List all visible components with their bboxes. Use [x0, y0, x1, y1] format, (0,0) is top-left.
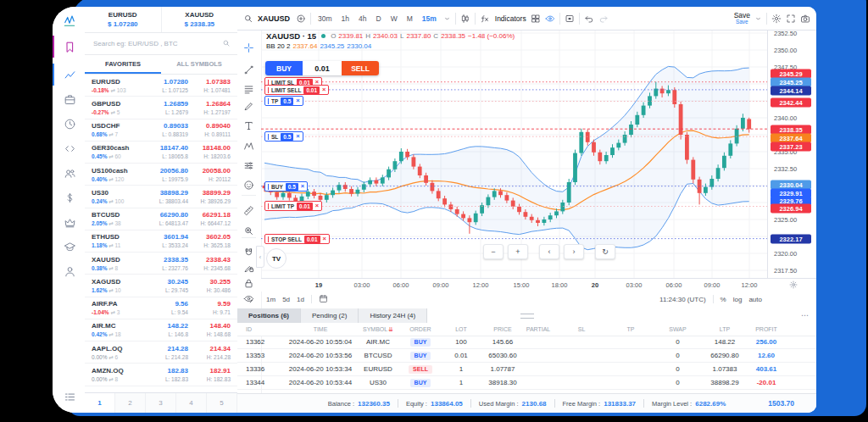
watchlist-row[interactable]: AIR.MC148.22148.400.42% ⇄ 18L: 146.8H: 1…: [85, 319, 237, 341]
watchlist-row[interactable]: US100cash20056.8020058.000.40% ⇄ 120L: 1…: [85, 164, 237, 186]
buy-button[interactable]: BUY: [265, 61, 303, 75]
table-row[interactable]: 133622024-06-20 10:55:04AIR.MCBUY100145.…: [237, 336, 816, 349]
column-ltp[interactable]: LTP: [701, 326, 748, 332]
clock-utc[interactable]: 11:24:30 (UTC): [659, 296, 706, 303]
undo-icon[interactable]: [584, 14, 594, 24]
timeframe-active[interactable]: 15m: [420, 14, 439, 24]
indicators-icon[interactable]: [480, 14, 490, 24]
chart-style-icon[interactable]: [460, 14, 470, 24]
watchlist-row[interactable]: AAPL.OQ214.28214.340.00% ⇄ 6L: 214.28H: …: [85, 341, 237, 364]
column-swap[interactable]: SWAP: [654, 326, 701, 332]
tab-positions[interactable]: Positions (6): [237, 308, 301, 323]
close-icon[interactable]: ×: [323, 236, 326, 242]
drag-handle-icon[interactable]: [268, 87, 269, 93]
replay-icon[interactable]: [565, 14, 575, 24]
tool-pattern-icon[interactable]: [237, 137, 260, 155]
column-partial[interactable]: PARTIAL: [520, 326, 556, 332]
zoom-in-button[interactable]: +: [508, 244, 528, 259]
axis-settings-gear-icon[interactable]: [789, 280, 798, 291]
watchlist-row[interactable]: EURUSD1.072801.07383-0.18% ⇄ 103L: 1.071…: [85, 75, 237, 97]
panel-menu-icon[interactable]: ⋯: [801, 308, 810, 323]
users-icon[interactable]: [53, 162, 85, 184]
table-row[interactable]: 133442024-06-20 10:53:44US30BUY138918.30…: [237, 376, 816, 390]
panel-resize-handle[interactable]: [520, 314, 534, 319]
close-icon[interactable]: ×: [296, 133, 299, 140]
bookmark-icon[interactable]: [53, 36, 85, 58]
order-tag-sl[interactable]: SL0.5×: [264, 131, 303, 142]
hide-drawings-toggle-icon[interactable]: [545, 14, 555, 24]
order-tag-tp[interactable]: TP0.5×: [264, 96, 303, 106]
percent-scale-button[interactable]: %: [721, 296, 726, 303]
close-icon[interactable]: ×: [322, 86, 326, 93]
tool-hide-drawings-icon[interactable]: [237, 290, 260, 308]
clock-icon[interactable]: [53, 113, 85, 135]
tool-position-icon[interactable]: [237, 157, 260, 175]
pair-tab-xauusd[interactable]: XAUUSD $ 2338.35: [162, 7, 238, 32]
column-id[interactable]: ID: [237, 326, 288, 332]
page-5[interactable]: 5: [207, 393, 237, 413]
drag-handle-icon[interactable]: [268, 236, 269, 242]
tool-text-icon[interactable]: [237, 117, 260, 135]
watchlist-row[interactable]: GBPUSD1.268591.26864-0.27% ⇄ 5L: 1.2679H…: [85, 97, 237, 119]
profile-icon[interactable]: [53, 260, 85, 282]
close-icon[interactable]: ×: [301, 183, 304, 190]
scroll-right-button[interactable]: ›: [564, 244, 584, 259]
timeframe-30m[interactable]: 30m: [315, 14, 335, 24]
tab-all-symbols[interactable]: ALL SYMBOLS: [161, 55, 237, 74]
watchlist-row[interactable]: XAGUSD30.24530.2551.62% ⇄ 10L: 29.745H: …: [85, 275, 237, 297]
tool-brush-icon[interactable]: [237, 97, 260, 115]
save-dropdown-icon[interactable]: [754, 14, 762, 24]
tool-emoji-icon[interactable]: [237, 176, 260, 194]
tool-ruler-icon[interactable]: [237, 202, 260, 219]
symbol-search-icon[interactable]: [243, 14, 253, 24]
reset-view-button[interactable]: ↻: [595, 244, 615, 259]
watchlist-row[interactable]: USDCHF0.890330.890400.68% ⇄ 7L: 0.88319H…: [85, 119, 237, 142]
timeframe-dropdown-icon[interactable]: [443, 14, 451, 24]
layout-grid-icon[interactable]: [531, 14, 541, 24]
timeframe-4h[interactable]: 4h: [356, 14, 369, 24]
briefcase-icon[interactable]: [53, 88, 85, 110]
list-icon[interactable]: [53, 386, 85, 408]
drag-handle-icon[interactable]: [268, 203, 269, 209]
watchlist-row[interactable]: AMZN.OQ182.83182.910.00% ⇄ 8L: 182.83H: …: [85, 364, 237, 386]
toolbar-symbol[interactable]: XAUUSD: [258, 14, 290, 23]
log-scale-button[interactable]: log: [733, 296, 743, 303]
page-1[interactable]: 1: [85, 393, 115, 413]
dollar-icon[interactable]: [53, 186, 85, 208]
column-profit[interactable]: PROFIT: [748, 326, 784, 332]
column-price[interactable]: PRICE: [485, 326, 520, 332]
watchlist-row[interactable]: GER30cash18147.4018148.000.45% ⇄ 60L: 18…: [85, 142, 237, 164]
order-tag-limit-sell[interactable]: LIMIT SELL0.01×: [264, 85, 329, 95]
timeframe-1h[interactable]: 1h: [339, 14, 352, 24]
price-axis[interactable]: 2352.502350.002347.502340.002335.002332.…: [767, 31, 816, 278]
screenshot-camera-icon[interactable]: [800, 14, 810, 24]
quantity-input[interactable]: [303, 64, 341, 74]
app-logo-icon[interactable]: [53, 10, 85, 32]
pair-tab-eurusd[interactable]: EURUSD $ 1.07280: [85, 7, 162, 32]
page-2[interactable]: 2: [115, 393, 146, 413]
zoom-out-button[interactable]: −: [483, 244, 504, 259]
order-tag-limit-tp[interactable]: LIMIT TP0.01×: [264, 201, 322, 211]
range-5d[interactable]: 5d: [282, 296, 290, 303]
order-tag-buy[interactable]: BUY0.5×: [264, 181, 308, 192]
compare-add-icon[interactable]: [296, 14, 306, 24]
tab-history[interactable]: History 24H (4): [359, 308, 427, 323]
settings-gear-icon[interactable]: [771, 14, 782, 24]
sell-button[interactable]: SELL: [342, 61, 379, 75]
watchlist-row[interactable]: BTCUSD66290.8066291.182.05% ⇄ 38L: 64813…: [85, 208, 237, 230]
chart-line-icon[interactable]: [53, 64, 85, 86]
watchlist-row[interactable]: US3038898.2938899.290.24% ⇄ 100L: 38803.…: [85, 186, 237, 208]
tradingview-logo[interactable]: TV: [266, 248, 287, 269]
redo-icon[interactable]: [598, 14, 609, 24]
code-icon[interactable]: [53, 137, 85, 159]
indicators-button[interactable]: Indicators: [495, 14, 526, 23]
watchlist-row[interactable]: XAUUSD2338.352338.430.38% ⇄ 8L: 2327.76H…: [85, 253, 237, 275]
close-icon[interactable]: ×: [296, 97, 299, 104]
crown-icon[interactable]: [53, 211, 85, 233]
timeframe-W[interactable]: W: [388, 14, 400, 24]
timeframe-M[interactable]: M: [404, 14, 415, 24]
fullscreen-icon[interactable]: [786, 14, 796, 24]
drag-handle-icon[interactable]: [268, 98, 269, 104]
column-time[interactable]: TIME: [288, 326, 353, 332]
range-1m[interactable]: 1m: [266, 296, 275, 303]
